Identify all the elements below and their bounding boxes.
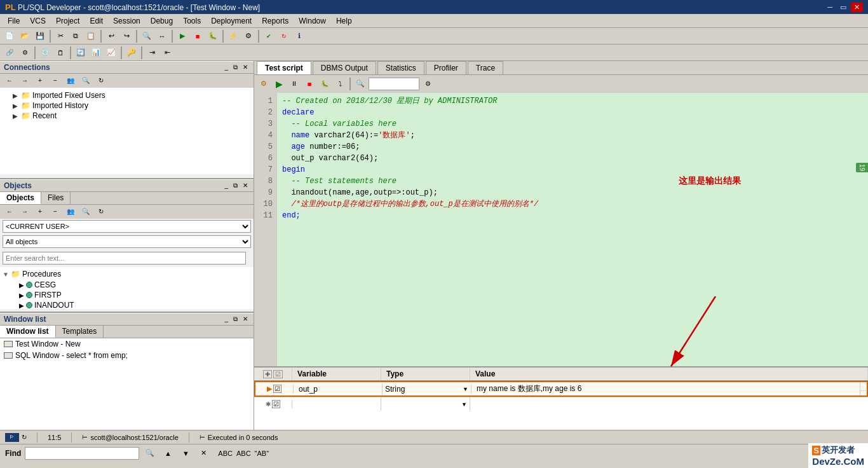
code-content[interactable]: -- Created on 2018/12/30 星期日 by ADMINIST… — [277, 93, 868, 366]
et-execute[interactable]: ⚙ — [257, 77, 271, 91]
tb2-btn6[interactable]: 📊 — [89, 46, 103, 60]
et-search-icon[interactable]: 🔍 — [353, 77, 367, 91]
info-button[interactable]: ℹ — [292, 29, 306, 43]
tb2-btn8[interactable]: 🔑 — [125, 46, 139, 60]
menu-session[interactable]: Session — [108, 15, 146, 27]
connections-recent[interactable]: ▶ 📁 Recent — [3, 111, 251, 121]
explain-button[interactable]: ⚡ — [226, 29, 240, 43]
et-run[interactable]: ▶ — [272, 77, 286, 91]
tab-windowlist[interactable]: Window list — [0, 326, 56, 338]
grid-row-1[interactable]: ▶ ☑ out_p String ▼ my name is 数据库,my age… — [254, 381, 868, 397]
tab-dbms-output[interactable]: DBMS Output — [313, 61, 376, 74]
optimize-button[interactable]: ⚙ — [241, 29, 255, 43]
find-search-icon[interactable]: 🔍 — [143, 446, 157, 460]
proc-cesg[interactable]: ▶ CESG — [1, 280, 252, 290]
connections-close[interactable]: ✕ — [241, 63, 250, 72]
obj-add[interactable]: + — [33, 205, 47, 219]
add-row-icon[interactable]: ✚ — [263, 370, 272, 378]
find-button[interactable]: 🔍 — [140, 29, 154, 43]
cut-button[interactable]: ✂ — [53, 29, 67, 43]
wl-minimize[interactable]: _ — [222, 315, 230, 324]
paste-button[interactable]: 📋 — [84, 29, 98, 43]
obj-forward[interactable]: → — [18, 205, 32, 219]
current-user-dropdown[interactable]: <CURRENT USER> — [3, 220, 251, 233]
objects-minimize[interactable]: _ — [222, 181, 230, 190]
tb2-btn9[interactable]: ⇥ — [145, 46, 159, 60]
et-search-input[interactable] — [369, 78, 419, 90]
et-search-next[interactable]: ⚙ — [421, 77, 435, 91]
tb2-btn2[interactable]: ⚙ — [18, 46, 32, 60]
tb2-btn5[interactable]: 🔄 — [74, 46, 88, 60]
close-button[interactable]: ✕ — [851, 3, 863, 12]
replace-button[interactable]: ↔ — [155, 29, 169, 43]
proc-firstp[interactable]: ▶ FIRSTP — [1, 290, 252, 300]
wl-float[interactable]: ⧉ — [231, 315, 240, 324]
objects-close[interactable]: ✕ — [241, 181, 250, 190]
commit-button[interactable]: ✔ — [262, 29, 276, 43]
copy-button[interactable]: ⧉ — [69, 29, 83, 43]
obj-refresh[interactable]: ↻ — [94, 205, 108, 219]
obj-remove[interactable]: − — [48, 205, 62, 219]
menu-debug[interactable]: Debug — [146, 15, 178, 27]
conn-add[interactable]: + — [33, 74, 47, 88]
menu-help[interactable]: Help — [331, 15, 357, 27]
menu-deployment[interactable]: Deployment — [206, 15, 257, 27]
et-stop[interactable]: ■ — [302, 77, 316, 91]
tab-profiler[interactable]: Profiler — [426, 61, 466, 74]
conn-refresh[interactable]: ↻ — [94, 74, 108, 88]
connections-minimize[interactable]: _ — [222, 63, 230, 72]
find-clear-icon[interactable]: ✕ — [196, 446, 210, 460]
procedures-group[interactable]: ▼ 📁 Procedures — [1, 268, 252, 280]
et-step-into[interactable]: ⤵ — [333, 77, 347, 91]
tb2-btn10[interactable]: ⇤ — [160, 46, 174, 60]
tb2-btn7[interactable]: 📈 — [104, 46, 118, 60]
all-objects-dropdown[interactable]: All objects — [3, 235, 251, 248]
tb2-btn4[interactable]: 🗒 — [53, 46, 67, 60]
find-down-icon[interactable]: ▼ — [179, 446, 193, 460]
restore-button[interactable]: ▭ — [837, 3, 850, 12]
grid-new-row[interactable]: ✱ ☑ ▼ — [254, 397, 868, 411]
save-button[interactable]: 💾 — [33, 29, 47, 43]
window-test-window[interactable]: Test Window - New — [0, 338, 254, 350]
obj-users[interactable]: 👥 — [64, 205, 78, 219]
wl-close[interactable]: ✕ — [241, 315, 250, 324]
row-check[interactable]: ☑ — [273, 385, 281, 393]
tab-files[interactable]: Files — [41, 192, 71, 204]
connections-imported-history[interactable]: ▶ 📁 Imported History — [3, 100, 251, 111]
new-type-arrow[interactable]: ▼ — [461, 401, 467, 408]
minimize-button[interactable]: ─ — [824, 3, 836, 12]
redo-button[interactable]: ↪ — [119, 29, 133, 43]
menu-project[interactable]: Project — [51, 15, 85, 27]
connections-imported-fixed[interactable]: ▶ 📁 Imported Fixed Users — [3, 90, 251, 100]
new-row-check[interactable]: ☑ — [272, 400, 280, 408]
obj-filter[interactable]: 🔍 — [79, 205, 93, 219]
conn-search[interactable]: 👥 — [64, 74, 78, 88]
tb2-btn1[interactable]: 🔗 — [3, 46, 17, 60]
objects-search-input[interactable] — [3, 252, 246, 265]
conn-back[interactable]: ← — [3, 74, 17, 88]
find-input[interactable] — [25, 447, 139, 460]
menu-file[interactable]: File — [3, 15, 25, 27]
et-pause[interactable]: ⏸ — [287, 77, 301, 91]
conn-filter[interactable]: 🔍 — [79, 74, 93, 88]
new-button[interactable]: 📄 — [3, 29, 17, 43]
conn-forward[interactable]: → — [18, 74, 32, 88]
tab-trace[interactable]: Trace — [468, 61, 503, 74]
menu-window[interactable]: Window — [294, 15, 331, 27]
stop-button[interactable]: ■ — [191, 29, 205, 43]
debug-button[interactable]: 🐛 — [206, 29, 220, 43]
tb2-btn3[interactable]: 💿 — [38, 46, 52, 60]
conn-remove[interactable]: − — [48, 74, 62, 88]
et-debug[interactable]: 🐛 — [318, 77, 332, 91]
rollback-button[interactable]: ↻ — [277, 29, 291, 43]
new-var-cell[interactable] — [292, 397, 381, 411]
window-sql-window[interactable]: SQL Window - select * from emp; — [0, 350, 254, 361]
type-dropdown-arrow[interactable]: ▼ — [463, 386, 468, 392]
obj-back[interactable]: ← — [3, 205, 17, 219]
tab-objects[interactable]: Objects — [0, 192, 41, 204]
tab-statistics[interactable]: Statistics — [377, 61, 424, 74]
run-button[interactable]: ▶ — [175, 29, 189, 43]
find-up-icon[interactable]: ▲ — [161, 446, 175, 460]
open-button[interactable]: 📂 — [18, 29, 32, 43]
menu-reports[interactable]: Reports — [257, 15, 294, 27]
